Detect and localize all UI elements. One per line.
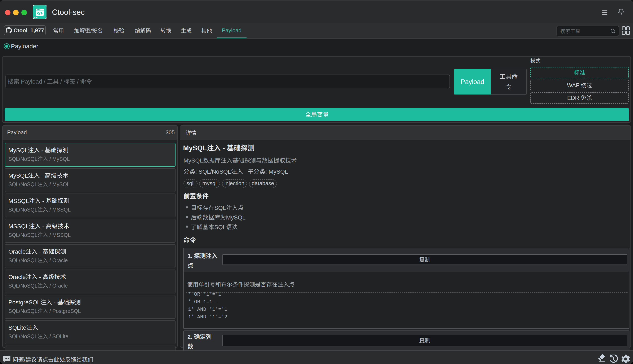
svg-text:sec: sec (34, 16, 38, 19)
